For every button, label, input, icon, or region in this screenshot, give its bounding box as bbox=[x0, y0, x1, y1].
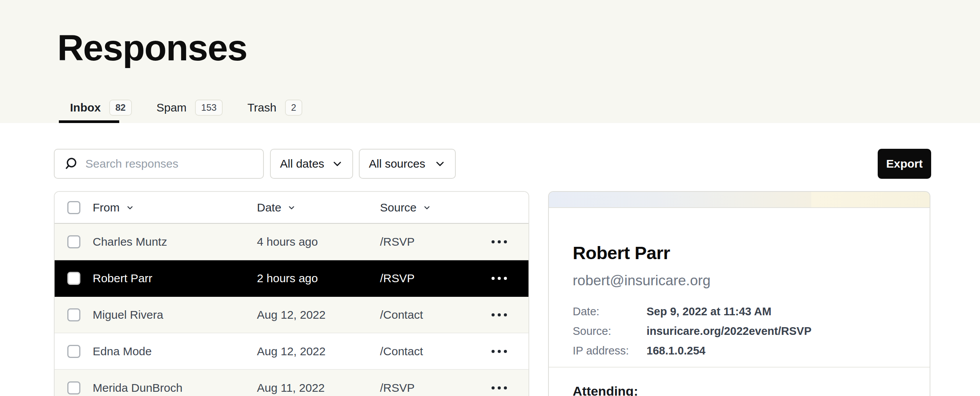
tab-bar: Inbox 82 Spam 153 Trash 2 bbox=[70, 97, 302, 123]
tab-spam-count-badge: 153 bbox=[195, 100, 223, 116]
chevron-down-icon bbox=[332, 158, 343, 170]
row-source: /RSVP bbox=[380, 235, 487, 248]
row-source: /Contact bbox=[380, 308, 487, 321]
responses-table: From Date Source Charles Muntz 4 hours a… bbox=[54, 191, 529, 396]
row-from: Charles Muntz bbox=[93, 235, 257, 248]
field-label: IP address: bbox=[573, 344, 647, 357]
row-actions-button[interactable] bbox=[487, 277, 512, 280]
ellipsis-icon bbox=[498, 386, 501, 389]
row-source: /RSVP bbox=[380, 272, 487, 285]
detail-email: robert@insuricare.org bbox=[573, 273, 906, 289]
ellipsis-icon bbox=[492, 277, 495, 280]
detail-fields: Date: Sep 9, 2022 at 11:43 AM Source: in… bbox=[573, 305, 906, 357]
row-actions-button[interactable] bbox=[487, 350, 512, 353]
response-detail-panel: Robert Parr robert@insuricare.org Date: … bbox=[548, 191, 930, 396]
tab-inbox-count-badge: 82 bbox=[109, 100, 132, 116]
table-row-selected[interactable]: Robert Parr 2 hours ago /RSVP bbox=[55, 260, 528, 297]
detail-divider bbox=[549, 367, 930, 368]
source-filter-dropdown[interactable]: All sources bbox=[359, 149, 456, 179]
ellipsis-icon bbox=[492, 386, 495, 389]
row-checkbox[interactable] bbox=[67, 235, 80, 248]
field-value: insuricare.org/2022event/RSVP bbox=[647, 325, 812, 337]
page-title: Responses bbox=[57, 27, 247, 69]
column-header-date-label: Date bbox=[257, 201, 281, 214]
column-header-date[interactable]: Date bbox=[257, 201, 380, 214]
export-button[interactable]: Export bbox=[878, 149, 931, 179]
tab-trash-label: Trash bbox=[247, 101, 277, 114]
field-value: 168.1.0.254 bbox=[647, 344, 705, 357]
ellipsis-icon bbox=[492, 240, 495, 243]
select-all-checkbox[interactable] bbox=[67, 201, 80, 214]
row-actions-button[interactable] bbox=[487, 386, 512, 389]
row-date: Aug 12, 2022 bbox=[257, 345, 380, 358]
chevron-down-icon bbox=[126, 203, 134, 212]
chevron-down-icon bbox=[423, 203, 431, 212]
select-all-cell bbox=[67, 201, 93, 214]
ellipsis-icon bbox=[504, 350, 507, 353]
table-header-row: From Date Source bbox=[55, 192, 528, 224]
row-from: Edna Mode bbox=[93, 345, 257, 358]
detail-field-ip: IP address: 168.1.0.254 bbox=[573, 344, 906, 357]
row-checkbox[interactable] bbox=[67, 381, 80, 394]
ellipsis-icon bbox=[504, 386, 507, 389]
date-filter-value: All dates bbox=[280, 157, 324, 170]
row-from: Merida DunBroch bbox=[93, 381, 257, 394]
attending-section-heading: Attending: bbox=[573, 384, 906, 396]
tab-spam-label: Spam bbox=[157, 101, 187, 114]
ellipsis-icon bbox=[498, 313, 501, 316]
row-checkbox[interactable] bbox=[67, 308, 80, 321]
ellipsis-icon bbox=[492, 350, 495, 353]
row-actions-button[interactable] bbox=[487, 240, 512, 243]
table-row[interactable]: Edna Mode Aug 12, 2022 /Contact bbox=[55, 333, 528, 370]
field-label: Date: bbox=[573, 305, 647, 318]
ellipsis-icon bbox=[504, 313, 507, 316]
detail-field-date: Date: Sep 9, 2022 at 11:43 AM bbox=[573, 305, 906, 318]
row-checkbox[interactable] bbox=[67, 272, 80, 285]
row-date: 2 hours ago bbox=[257, 272, 380, 285]
ellipsis-icon bbox=[498, 277, 501, 280]
row-date: Aug 11, 2022 bbox=[257, 381, 380, 394]
column-header-source[interactable]: Source bbox=[380, 201, 487, 214]
column-header-source-label: Source bbox=[380, 201, 417, 214]
chevron-down-icon bbox=[287, 203, 296, 212]
chevron-down-icon bbox=[434, 158, 446, 170]
tab-spam[interactable]: Spam 153 bbox=[157, 97, 223, 123]
detail-gradient-banner bbox=[549, 192, 930, 208]
ellipsis-icon bbox=[498, 240, 501, 243]
row-date: Aug 12, 2022 bbox=[257, 308, 380, 321]
date-filter-dropdown[interactable]: All dates bbox=[270, 149, 353, 179]
row-source: /RSVP bbox=[380, 381, 487, 394]
table-row[interactable]: Miguel Rivera Aug 12, 2022 /Contact bbox=[55, 297, 528, 333]
column-header-from-label: From bbox=[93, 201, 120, 214]
ellipsis-icon bbox=[492, 313, 495, 316]
table-row[interactable]: Merida DunBroch Aug 11, 2022 /RSVP bbox=[55, 370, 528, 396]
tab-inbox-label: Inbox bbox=[70, 101, 101, 114]
field-value: Sep 9, 2022 at 11:43 AM bbox=[647, 305, 772, 318]
search-input[interactable] bbox=[54, 149, 264, 179]
responses-page: Responses Inbox 82 Spam 153 Trash 2 All … bbox=[0, 0, 980, 396]
tab-inbox[interactable]: Inbox 82 bbox=[70, 97, 132, 123]
row-actions-button[interactable] bbox=[487, 313, 512, 316]
row-date: 4 hours ago bbox=[257, 235, 380, 248]
ellipsis-icon bbox=[504, 277, 507, 280]
source-filter-value: All sources bbox=[369, 157, 425, 170]
row-source: /Contact bbox=[380, 345, 487, 358]
search-container bbox=[54, 149, 264, 179]
ellipsis-icon bbox=[504, 240, 507, 243]
column-header-from[interactable]: From bbox=[93, 201, 257, 214]
ellipsis-icon bbox=[498, 350, 501, 353]
row-checkbox[interactable] bbox=[67, 345, 80, 358]
detail-name: Robert Parr bbox=[573, 243, 906, 263]
detail-content: Robert Parr robert@insuricare.org Date: … bbox=[549, 243, 930, 396]
field-label: Source: bbox=[573, 325, 647, 337]
detail-field-source: Source: insuricare.org/2022event/RSVP bbox=[573, 325, 906, 337]
tab-trash-count-badge: 2 bbox=[285, 100, 302, 116]
table-row[interactable]: Charles Muntz 4 hours ago /RSVP bbox=[55, 224, 528, 260]
tab-trash[interactable]: Trash 2 bbox=[247, 97, 302, 123]
row-from: Robert Parr bbox=[93, 272, 257, 285]
row-from: Miguel Rivera bbox=[93, 308, 257, 321]
